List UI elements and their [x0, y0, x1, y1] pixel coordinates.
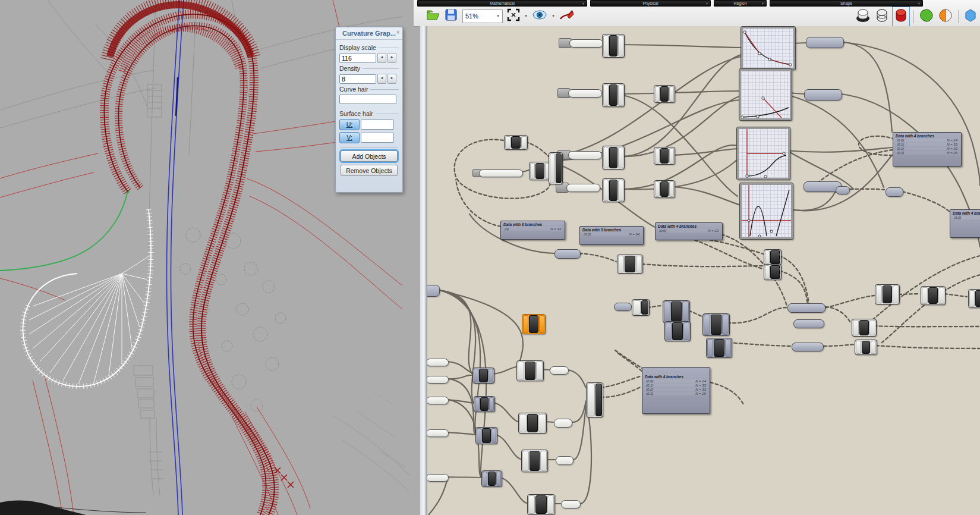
graph-mapper-bell[interactable]	[740, 183, 793, 239]
gh-component[interactable]	[602, 34, 625, 58]
gh-component[interactable]	[602, 83, 625, 107]
gh-capsule-node[interactable]	[806, 37, 844, 48]
data-panel[interactable]: Data with 4 branches {0;0}N = 24 {0;1}N …	[642, 367, 710, 414]
open-file-icon[interactable]	[426, 8, 440, 24]
add-objects-button[interactable]: Add Objects	[341, 150, 398, 162]
gh-component[interactable]	[474, 396, 495, 412]
display-scale-increment-button[interactable]: ►	[387, 53, 396, 63]
slider-rail[interactable]	[427, 359, 449, 366]
data-panel[interactable]: Data with 4 branches {0;0}N = 24 {0;1}N …	[893, 132, 962, 167]
data-panel[interactable]: Data with 4 branches {0;0}N = 23	[655, 222, 723, 240]
u-toggle-button[interactable]: U:	[339, 119, 360, 130]
mesh-shaded-icon[interactable]	[855, 8, 871, 26]
sketch-pen-icon[interactable]	[559, 8, 575, 24]
chevron-down-icon[interactable]: ▼	[524, 14, 528, 18]
graph-mapper-ease[interactable]	[739, 69, 792, 120]
gh-component[interactable]	[852, 319, 877, 337]
gh-component[interactable]	[521, 450, 548, 472]
remove-objects-button[interactable]: Remove Objects	[341, 165, 398, 176]
zoom-level-dropdown[interactable]: 51% ▼	[462, 10, 503, 23]
u-input[interactable]	[361, 120, 394, 130]
gh-capsule-node[interactable]	[886, 187, 903, 197]
gh-component[interactable]	[664, 321, 691, 341]
v-input[interactable]	[361, 133, 394, 143]
gh-component[interactable]	[602, 146, 625, 169]
gh-component[interactable]	[518, 413, 547, 434]
graph-mapper-sigmoid[interactable]	[737, 127, 790, 180]
slider-rail[interactable]	[427, 397, 449, 404]
data-panel[interactable]: Data with 3 branches {0}N = 33	[500, 221, 565, 240]
tab-region[interactable]: Region ▼	[714, 0, 767, 7]
slider-rail[interactable]	[427, 376, 449, 384]
mesh-wireframe-icon[interactable]	[874, 8, 890, 26]
gh-capsule-node[interactable]	[787, 303, 825, 313]
slider-rail[interactable]	[566, 184, 600, 192]
gh-capsule-node[interactable]	[554, 249, 581, 259]
gh-capsule-node[interactable]	[792, 343, 824, 351]
data-panel[interactable]: Data with 3 branches {0;0}N = 34	[579, 226, 644, 245]
gh-component[interactable]	[481, 470, 502, 487]
gh-component[interactable]	[855, 340, 877, 355]
display-scale-input[interactable]	[339, 54, 376, 63]
gh-component[interactable]	[586, 382, 603, 417]
density-input[interactable]	[339, 74, 376, 84]
slider-rail[interactable]	[568, 89, 602, 98]
curve-hair-input[interactable]	[339, 95, 396, 104]
gh-component[interactable]	[602, 178, 625, 202]
gh-component[interactable]	[617, 255, 643, 274]
gh-component[interactable]	[654, 147, 675, 165]
gh-component[interactable]	[968, 289, 980, 308]
preview-half-icon[interactable]	[938, 8, 953, 26]
graph-mapper-decay[interactable]	[741, 27, 795, 70]
density-increment-button[interactable]: ►	[387, 74, 396, 84]
gh-capsule-node[interactable]	[793, 319, 824, 328]
zoom-extents-icon[interactable]	[507, 8, 520, 24]
gh-capsule-node[interactable]	[427, 285, 440, 297]
tab-mathematical[interactable]: Mathematical ▼	[417, 0, 587, 7]
slider-rail[interactable]	[479, 169, 523, 177]
gh-capsule-node[interactable]	[804, 89, 842, 101]
gh-component[interactable]	[504, 135, 528, 150]
gh-component[interactable]	[706, 338, 732, 358]
tab-shape[interactable]: Shape ▼	[770, 0, 923, 7]
preview-green-icon[interactable]	[919, 8, 934, 26]
v-toggle-button[interactable]: V:	[339, 132, 360, 143]
gh-capsule-node[interactable]	[554, 419, 572, 428]
gh-component-jagged[interactable]	[764, 249, 782, 265]
gh-component[interactable]	[702, 313, 730, 336]
gh-component[interactable]	[472, 368, 494, 384]
chevron-down-icon[interactable]: ▼	[552, 14, 555, 18]
gh-capsule-node[interactable]	[556, 456, 573, 465]
gh-component[interactable]	[921, 286, 946, 305]
density-decrement-button[interactable]: ◄	[377, 74, 386, 84]
gh-component[interactable]	[475, 427, 497, 444]
gh-component-jagged[interactable]	[764, 264, 782, 280]
gh-component[interactable]	[549, 152, 563, 184]
preview-eye-icon[interactable]	[532, 9, 547, 23]
gh-capsule-node[interactable]	[561, 500, 581, 508]
gh-capsule-node[interactable]	[550, 366, 569, 375]
display-scale-decrement-button[interactable]: ◄	[377, 53, 386, 63]
mesh-red-icon[interactable]	[893, 8, 909, 26]
gh-component[interactable]	[654, 85, 675, 103]
gh-capsule-node[interactable]	[614, 303, 632, 311]
gh-component[interactable]	[529, 162, 551, 180]
gh-component[interactable]	[516, 360, 544, 381]
slider-rail[interactable]	[427, 474, 449, 482]
tab-physical[interactable]: Physical ▼	[590, 0, 711, 7]
gh-component[interactable]	[654, 180, 675, 198]
close-icon[interactable]: ×	[396, 29, 400, 36]
gh-component[interactable]	[527, 494, 555, 515]
gh-capsule-node[interactable]	[836, 186, 850, 194]
slider-rail[interactable]	[427, 429, 449, 437]
gh-component[interactable]	[632, 299, 650, 316]
gh-component[interactable]	[875, 284, 900, 304]
gh-component-selected-warning[interactable]	[522, 314, 546, 334]
gh-component[interactable]	[663, 300, 690, 323]
selection-blue-icon[interactable]	[963, 8, 978, 25]
data-panel[interactable]: Data with 4 branch {0;0}	[950, 209, 980, 238]
save-file-icon[interactable]	[444, 8, 458, 24]
grasshopper-canvas[interactable]: Data with 3 branches {0}N = 33 Data with…	[427, 26, 980, 515]
slider-rail[interactable]	[569, 39, 603, 48]
slider-rail[interactable]	[568, 151, 602, 159]
